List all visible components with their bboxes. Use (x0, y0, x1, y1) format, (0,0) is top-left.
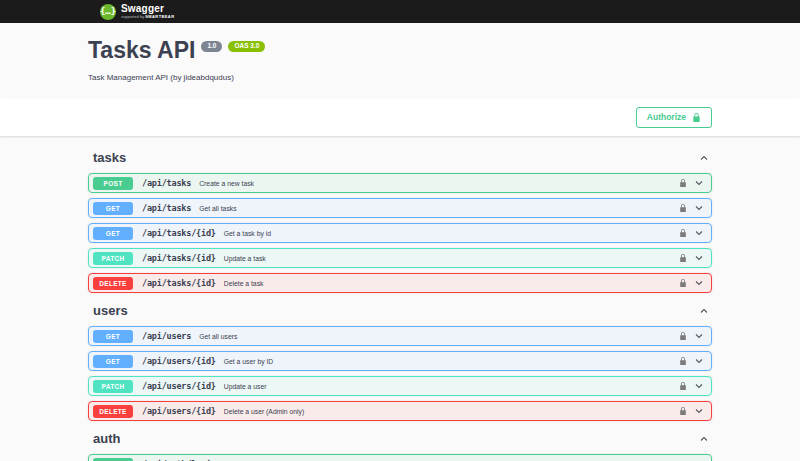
swagger-brand[interactable]: {…} Swagger supported by SMARTBEAR (100, 4, 174, 20)
unlock-icon (692, 112, 701, 123)
operation-summary: Get all users (199, 333, 237, 340)
api-tag-section-users: usersGET/api/usersGet all usersGET/api/u… (88, 299, 712, 421)
method-badge: POST (93, 177, 133, 190)
method-badge: DELETE (93, 277, 133, 290)
operation-controls (679, 356, 704, 366)
operation-controls (679, 381, 704, 391)
operation-path: /api/tasks/{id} (142, 228, 216, 238)
lock-icon[interactable] (679, 203, 687, 213)
tag-title: users (93, 303, 128, 318)
lock-icon[interactable] (679, 278, 687, 288)
api-tag-section-auth: authPOST/api/auth/loginUser loginPOST/ap… (88, 427, 712, 461)
method-badge: PATCH (93, 380, 133, 393)
brand-subtitle: supported by SMARTBEAR (121, 15, 174, 19)
chevron-down-icon[interactable] (694, 406, 704, 416)
opblock-get-row[interactable]: GET/api/tasksGet all tasks (88, 198, 712, 218)
operation-path: /api/tasks/{id} (142, 253, 216, 263)
api-info-section: Tasks API 1.0 OAS 3.0 Task Management AP… (0, 23, 800, 98)
topbar: {…} Swagger supported by SMARTBEAR (0, 0, 800, 23)
opblock-post-row[interactable]: POST/api/tasksCreate a new task (88, 173, 712, 193)
opblock-patch-row[interactable]: PATCH/api/tasks/{id}Update a task (88, 248, 712, 268)
opblock-post-row[interactable]: POST/api/auth/loginUser login (88, 454, 712, 461)
chevron-down-icon[interactable] (694, 228, 704, 238)
operation-path: /api/users (142, 331, 191, 341)
tag-title: auth (93, 431, 120, 446)
lock-icon[interactable] (679, 178, 687, 188)
lock-icon[interactable] (679, 381, 687, 391)
operation-controls (679, 331, 704, 341)
chevron-down-icon[interactable] (694, 331, 704, 341)
method-badge: GET (93, 330, 133, 343)
method-badge: GET (93, 355, 133, 368)
operation-path: /api/users/{id} (142, 406, 216, 416)
lock-icon[interactable] (679, 228, 687, 238)
lock-icon[interactable] (679, 331, 687, 341)
method-badge: GET (93, 227, 133, 240)
authorize-label: Authorize (647, 112, 686, 122)
chevron-down-icon[interactable] (694, 381, 704, 391)
lock-icon[interactable] (679, 253, 687, 263)
api-description: Task Management API (by jideabdqudus) (88, 73, 712, 82)
tag-title: tasks (93, 150, 126, 165)
operation-summary: Update a user (224, 383, 267, 390)
opblock-delete-row[interactable]: DELETE/api/tasks/{id}Delete a task (88, 273, 712, 293)
chevron-down-icon[interactable] (694, 278, 704, 288)
opblock-get-row[interactable]: GET/api/tasks/{id}Get a task by id (88, 223, 712, 243)
operation-controls (679, 406, 704, 416)
authorize-button[interactable]: Authorize (636, 107, 712, 128)
version-badge: 1.0 (201, 41, 222, 52)
method-badge: DELETE (93, 405, 133, 418)
operation-path: /api/tasks/{id} (142, 278, 216, 288)
method-badge: GET (93, 202, 133, 215)
operation-path: /api/users/{id} (142, 356, 216, 366)
operation-path: /api/tasks (142, 203, 191, 213)
chevron-up-icon[interactable] (699, 153, 709, 163)
operation-summary: Delete a user (Admin only) (224, 408, 304, 415)
opblock-patch-row[interactable]: PATCH/api/users/{id}Update a user (88, 376, 712, 396)
chevron-down-icon[interactable] (694, 203, 704, 213)
brand-name: Swagger (121, 4, 174, 14)
tag-header-users[interactable]: users (88, 299, 712, 322)
tag-header-tasks[interactable]: tasks (88, 146, 712, 169)
operation-controls (679, 228, 704, 238)
operation-summary: Get all tasks (199, 205, 236, 212)
opblock-get-row[interactable]: GET/api/usersGet all users (88, 326, 712, 346)
lock-icon[interactable] (679, 356, 687, 366)
chevron-down-icon[interactable] (694, 253, 704, 263)
chevron-down-icon[interactable] (694, 356, 704, 366)
tag-header-auth[interactable]: auth (88, 427, 712, 450)
oas-badge: OAS 3.0 (228, 41, 265, 52)
opblock-get-row[interactable]: GET/api/users/{id}Get a user by ID (88, 351, 712, 371)
swagger-logo-icon: {…} (100, 4, 116, 20)
operation-path: /api/tasks (142, 178, 191, 188)
page-title: Tasks API (88, 38, 195, 63)
api-sections: tasksPOST/api/tasksCreate a new taskGET/… (88, 146, 712, 461)
chevron-up-icon[interactable] (699, 306, 709, 316)
operation-controls (679, 203, 704, 213)
operation-summary: Get a task by id (224, 230, 271, 237)
operation-path: /api/users/{id} (142, 381, 216, 391)
scheme-container: Authorize (0, 98, 800, 136)
chevron-up-icon[interactable] (699, 434, 709, 444)
method-badge: PATCH (93, 252, 133, 265)
opblock-delete-row[interactable]: DELETE/api/users/{id}Delete a user (Admi… (88, 401, 712, 421)
operation-summary: Create a new task (199, 180, 254, 187)
operation-controls (679, 278, 704, 288)
operation-summary: Update a task (224, 255, 266, 262)
operation-summary: Delete a task (224, 280, 264, 287)
lock-icon[interactable] (679, 406, 687, 416)
operation-controls (679, 253, 704, 263)
api-tag-section-tasks: tasksPOST/api/tasksCreate a new taskGET/… (88, 146, 712, 293)
operation-summary: Get a user by ID (224, 358, 274, 365)
operation-controls (679, 178, 704, 188)
chevron-down-icon[interactable] (694, 178, 704, 188)
